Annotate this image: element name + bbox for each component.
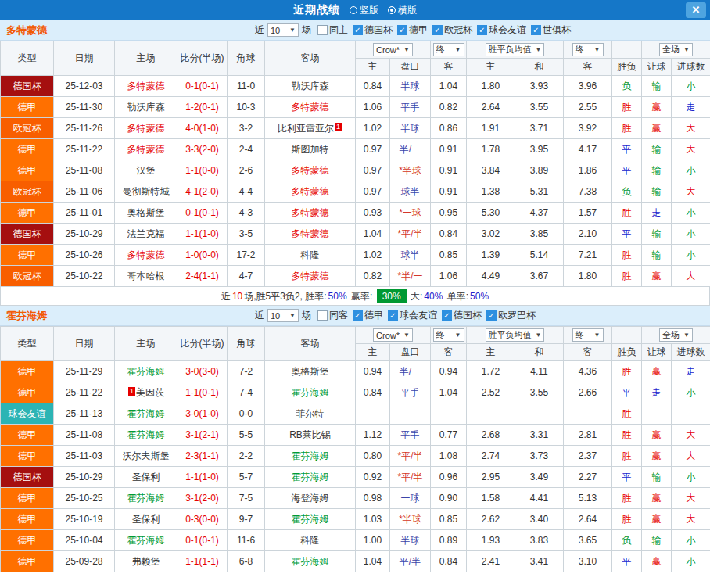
filter-checkbox-球会友谊[interactable]: ✓球会友谊 bbox=[388, 309, 437, 322]
filter-checkbox-德甲[interactable]: ✓德甲 bbox=[397, 23, 428, 37]
final-odds-select-1[interactable]: 终▼ bbox=[433, 43, 464, 56]
odds-average-select[interactable]: 胜平负均值▼ bbox=[486, 43, 545, 56]
filter-checkbox-欧冠杯[interactable]: ✓欧冠杯 bbox=[432, 23, 472, 37]
header-final-2: 终▼ bbox=[564, 41, 612, 59]
handicap-line: 半球 bbox=[390, 530, 431, 551]
result-goals: 大 bbox=[672, 266, 710, 287]
competition-badge: 德甲 bbox=[1, 551, 54, 572]
checkbox-icon[interactable]: ✓ bbox=[477, 25, 487, 35]
away-team-cell: 多特蒙德 bbox=[265, 160, 356, 181]
handicap-home-odds: 0.97 bbox=[356, 160, 390, 181]
filter-checkbox-同客[interactable]: 同客 bbox=[317, 309, 348, 322]
handicap-line: 球半 bbox=[390, 181, 431, 203]
col-date: 日期 bbox=[54, 41, 115, 76]
handicap-away-odds: 0.95 bbox=[431, 203, 467, 224]
fullmatch-select[interactable]: 全场▼ bbox=[659, 328, 693, 342]
away-team-cell: RB莱比锡 bbox=[265, 425, 356, 446]
red-card-badge: 1 bbox=[335, 123, 342, 131]
col-ah-away: 客 bbox=[431, 59, 467, 76]
team-label: 多特蒙德 bbox=[292, 186, 329, 197]
result-outcome: 胜 bbox=[612, 118, 642, 139]
checkbox-icon[interactable] bbox=[317, 310, 328, 321]
odds-average-select[interactable]: 胜平负均值▼ bbox=[486, 328, 545, 342]
handicap-home-odds: 0.80 bbox=[356, 446, 390, 467]
home-team-cell: 霍芬海姆 bbox=[115, 425, 178, 446]
competition-badge: 德甲 bbox=[1, 203, 54, 224]
match-score: 0-1(0-1) bbox=[178, 530, 228, 551]
match-count-select[interactable]: 10▼ bbox=[267, 309, 299, 322]
final-odds-select-2[interactable]: 终▼ bbox=[572, 43, 604, 56]
checkbox-icon[interactable]: ✓ bbox=[486, 310, 497, 321]
team-label: 哥本哈根 bbox=[127, 271, 165, 281]
checkbox-icon[interactable]: ✓ bbox=[353, 25, 363, 35]
team-label: 霍芬海姆 bbox=[292, 450, 329, 461]
bookmaker-select[interactable]: Crow*▼ bbox=[373, 43, 413, 56]
close-button[interactable]: ✕ bbox=[686, 2, 706, 18]
layout-option-horizontal[interactable]: 横版 bbox=[388, 4, 417, 17]
handicap-home-odds bbox=[356, 403, 390, 425]
filter-checkbox-同主[interactable]: 同主 bbox=[317, 23, 348, 37]
bookmaker-select[interactable]: Crow*▼ bbox=[373, 328, 413, 342]
col-corner: 角球 bbox=[228, 41, 265, 76]
handicap-home-odds: 0.94 bbox=[356, 361, 390, 382]
handicap-line: 半球 bbox=[390, 118, 431, 139]
team-section-dortmund: 多特蒙德 近 10▼ 场 同主✓德国杯✓德甲✓欧冠杯✓球会友谊✓世俱杯 类型 日… bbox=[0, 20, 710, 306]
home-team-cell: 勒沃库森 bbox=[115, 97, 178, 118]
handicap-home-odds: 1.04 bbox=[356, 224, 390, 245]
handicap-line: *平/半 bbox=[390, 446, 431, 467]
checkbox-icon[interactable]: ✓ bbox=[432, 25, 443, 35]
radio-checked-icon[interactable] bbox=[388, 6, 396, 14]
filter-games-label: 场 bbox=[302, 309, 311, 322]
layout-option-vertical[interactable]: 竖版 bbox=[350, 4, 378, 17]
match-row: 德甲25-10-25霍芬海姆3-1(2-0)7-5海登海姆0.98一球0.901… bbox=[1, 488, 710, 509]
competition-badge: 德国杯 bbox=[1, 76, 54, 97]
select-value: Crow* bbox=[376, 331, 400, 340]
match-date: 25-11-08 bbox=[54, 160, 115, 181]
handicap-line: *平/半 bbox=[390, 224, 431, 245]
filter-checkbox-世俱杯[interactable]: ✓世俱杯 bbox=[531, 23, 571, 37]
team-label: 科隆 bbox=[301, 535, 320, 546]
match-count-select[interactable]: 10▼ bbox=[267, 23, 299, 37]
summary-part: 大: bbox=[408, 291, 423, 302]
final-odds-select-2[interactable]: 终▼ bbox=[572, 328, 604, 342]
filter-checkbox-欧罗巴杯[interactable]: ✓欧罗巴杯 bbox=[486, 309, 536, 322]
checkbox-icon[interactable]: ✓ bbox=[353, 310, 363, 321]
match-row: 德甲25-11-221美因茨1-1(0-1)7-4霍芬海姆0.84平手1.042… bbox=[1, 382, 710, 403]
filter-checkbox-德国杯[interactable]: ✓德国杯 bbox=[353, 23, 393, 37]
team-label: 霍芬海姆 bbox=[127, 429, 165, 440]
result-goals: 小 bbox=[672, 76, 710, 97]
chevron-down-icon: ▼ bbox=[403, 46, 410, 53]
checkbox-icon[interactable]: ✓ bbox=[531, 25, 541, 35]
home-team-cell: 霍芬海姆 bbox=[115, 403, 178, 425]
checkbox-label: 德甲 bbox=[364, 309, 383, 322]
match-score: 0-1(0-1) bbox=[178, 76, 228, 97]
odds-home-win: 4.49 bbox=[467, 266, 515, 287]
odds-home-win: 2.52 bbox=[467, 382, 515, 403]
filter-checkbox-德国杯[interactable]: ✓德国杯 bbox=[442, 309, 482, 322]
odds-home-win bbox=[467, 403, 515, 425]
competition-badge: 欧冠杯 bbox=[1, 266, 54, 287]
home-team-cell: 圣保利 bbox=[115, 467, 178, 488]
match-date: 25-11-22 bbox=[54, 382, 115, 403]
checkbox-icon[interactable]: ✓ bbox=[442, 310, 452, 321]
checkbox-icon[interactable] bbox=[317, 25, 328, 35]
checkbox-icon[interactable]: ✓ bbox=[388, 310, 398, 321]
match-score: 1-1(1-0) bbox=[178, 224, 228, 245]
match-row: 德甲25-11-03沃尔夫斯堡2-3(1-1)2-2霍芬海姆0.80*平/半1.… bbox=[1, 446, 710, 467]
select-value: Crow* bbox=[376, 45, 400, 55]
handicap-line: *一球 bbox=[390, 203, 431, 224]
home-team-cell: 曼彻斯特城 bbox=[115, 181, 178, 203]
record-summary: 近10场,胜5平3负2, 胜率:50% 赢率: 30% 大:40% 单率:50% bbox=[0, 287, 710, 306]
result-handicap: 赢 bbox=[642, 488, 672, 509]
radio-unchecked-icon[interactable] bbox=[350, 6, 357, 14]
checkbox-label: 德国杯 bbox=[454, 309, 482, 322]
final-odds-select-1[interactable]: 终▼ bbox=[433, 328, 464, 342]
odds-home-win: 2.62 bbox=[467, 509, 515, 530]
handicap-line: 一球 bbox=[390, 488, 431, 509]
odds-away-win: 3.10 bbox=[564, 551, 612, 572]
fullmatch-select[interactable]: 全场▼ bbox=[659, 43, 693, 56]
filter-checkbox-球会友谊[interactable]: ✓球会友谊 bbox=[477, 23, 526, 37]
checkbox-icon[interactable]: ✓ bbox=[397, 25, 407, 35]
odds-away-win: 4.36 bbox=[564, 361, 612, 382]
filter-checkbox-德甲[interactable]: ✓德甲 bbox=[353, 309, 383, 322]
